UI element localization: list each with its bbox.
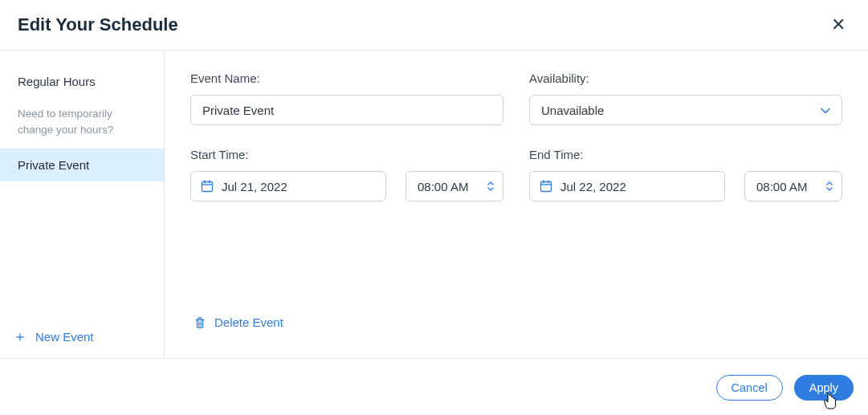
end-time-input[interactable]: 08:00 AM — [744, 171, 842, 201]
delete-event-button[interactable]: Delete Event — [190, 311, 842, 334]
time-stepper-icon — [825, 181, 833, 192]
new-event-button[interactable]: ＋ New Event — [0, 318, 164, 358]
sidebar: Regular Hours Need to temporarily change… — [0, 51, 165, 358]
field-start-time: Start Time: Jul 21, 2022 08:00 AM — [190, 148, 503, 201]
trash-icon — [194, 316, 206, 329]
edit-schedule-modal: Edit Your Schedule ✕ Regular Hours Need … — [0, 0, 868, 415]
field-availability: Availability: Unavailable — [529, 71, 842, 125]
svg-rect-0 — [202, 182, 213, 192]
calendar-icon — [201, 180, 214, 193]
modal-title: Edit Your Schedule — [18, 14, 178, 35]
field-end-time: End Time: Jul 22, 2022 08:00 AM — [529, 148, 842, 201]
svg-rect-4 — [541, 182, 552, 192]
availability-label: Availability: — [529, 71, 842, 85]
event-name-input[interactable] — [190, 95, 503, 125]
calendar-icon — [540, 180, 552, 193]
availability-value: Unavailable — [541, 104, 604, 117]
form-row-times: Start Time: Jul 21, 2022 08:00 AM — [190, 148, 842, 201]
close-icon[interactable]: ✕ — [826, 14, 850, 35]
time-stepper-icon — [487, 181, 495, 192]
chevron-down-icon — [821, 104, 830, 116]
start-time-input[interactable]: 08:00 AM — [405, 171, 503, 201]
plus-icon: ＋ — [13, 329, 27, 344]
start-time-label: Start Time: — [190, 148, 503, 161]
sidebar-item-regular-hours[interactable]: Regular Hours — [0, 65, 164, 98]
cancel-button[interactable]: Cancel — [716, 375, 783, 401]
new-event-label: New Event — [35, 330, 94, 344]
sidebar-help-text: Need to temporarily change your hours? — [0, 98, 164, 149]
field-event-name: Event Name: — [190, 71, 503, 125]
start-time-value: 08:00 AM — [418, 180, 468, 193]
modal-body: Regular Hours Need to temporarily change… — [0, 51, 868, 358]
event-name-label: Event Name: — [190, 71, 503, 85]
end-date-input[interactable]: Jul 22, 2022 — [529, 171, 725, 201]
apply-button[interactable]: Apply — [794, 375, 854, 401]
end-time-value: 08:00 AM — [756, 180, 807, 193]
modal-footer: Cancel Apply — [0, 358, 868, 415]
start-date-value: Jul 21, 2022 — [222, 180, 287, 193]
availability-select[interactable]: Unavailable — [529, 95, 842, 125]
start-date-input[interactable]: Jul 21, 2022 — [190, 171, 386, 201]
modal-header: Edit Your Schedule ✕ — [0, 0, 868, 51]
sidebar-item-private-event[interactable]: Private Event — [0, 149, 164, 181]
form-row-name-availability: Event Name: Availability: Unavailable — [190, 71, 842, 125]
form-area: Event Name: Availability: Unavailable St… — [165, 51, 868, 358]
end-date-value: Jul 22, 2022 — [560, 180, 626, 193]
end-time-label: End Time: — [529, 148, 842, 161]
delete-event-label: Delete Event — [214, 315, 283, 329]
